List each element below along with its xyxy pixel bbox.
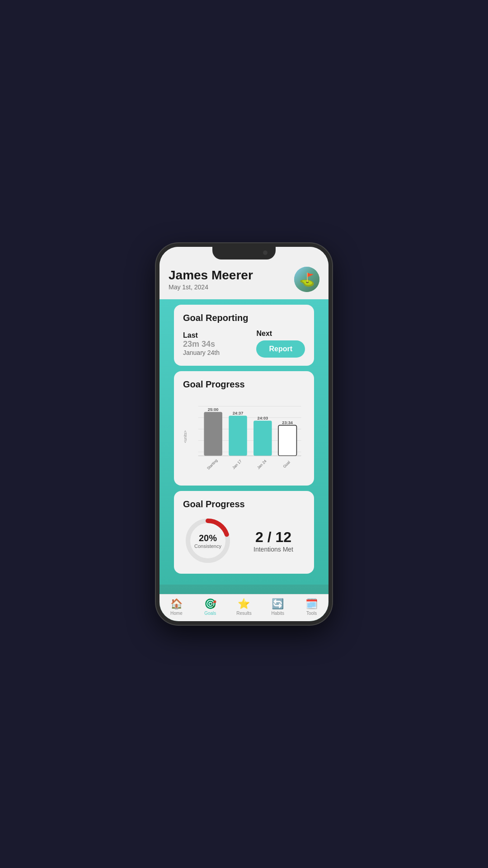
- nav-habits[interactable]: 🔄 Habits: [264, 598, 291, 616]
- linked-habits-section: Linked Habits Read for 30 minutes 📋 Hydr…: [160, 585, 328, 594]
- tools-icon: 🗓️: [305, 598, 318, 610]
- donut-text: 20% Consistency: [194, 533, 221, 549]
- volume-up-button: [156, 301, 157, 319]
- reporting-row: Last 23m 34s January 24th Next Report: [183, 330, 305, 358]
- svg-text:24:37: 24:37: [233, 411, 244, 415]
- reporting-left: Last 23m 34s January 24th: [183, 331, 220, 356]
- nav-habits-label: Habits: [272, 611, 284, 616]
- svg-rect-6: [204, 412, 222, 456]
- nav-home[interactable]: 🏠 Home: [163, 598, 190, 616]
- svg-rect-12: [253, 421, 272, 456]
- donut-label: Consistency: [194, 543, 221, 549]
- bottom-nav: 🏠 Home 🎯 Goals ⭐ Results 🔄 Habits 🗓️ Too…: [160, 594, 328, 621]
- nav-home-label: Home: [170, 611, 183, 616]
- habits-icon: 🔄: [272, 598, 284, 610]
- nav-results-label: Results: [236, 611, 251, 616]
- nav-tools-label: Tools: [306, 611, 317, 616]
- scroll-area[interactable]: James Meerer May 1st, 2024 ⛳ Goal Report…: [160, 247, 328, 594]
- svg-text:Jan 24: Jan 24: [256, 458, 267, 470]
- donut-row: 20% Consistency 2 / 12 Intentions Met: [183, 516, 305, 566]
- svg-text:23:34: 23:34: [282, 420, 293, 425]
- intentions-block: 2 / 12 Intentions Met: [242, 529, 305, 553]
- goals-icon: 🎯: [204, 598, 216, 610]
- goal-progress-donut-card: Goal Progress 20%: [174, 491, 314, 574]
- last-label: Last: [183, 331, 220, 340]
- avatar[interactable]: ⛳: [294, 267, 319, 292]
- screen: James Meerer May 1st, 2024 ⛳ Goal Report…: [160, 247, 328, 621]
- svg-rect-9: [229, 416, 247, 456]
- svg-text:25:00: 25:00: [208, 407, 219, 412]
- header-text: James Meerer May 1st, 2024: [169, 268, 253, 291]
- svg-text:Goal: Goal: [282, 460, 291, 469]
- bar-chart-container: <units> 25:00 Starting 24:37 Jan 17 2: [183, 396, 305, 477]
- intentions-number: 2 / 12: [242, 529, 305, 546]
- reporting-right: Next Report: [256, 330, 305, 358]
- donut-section: Goal Progress 20%: [183, 499, 305, 566]
- report-button[interactable]: Report: [256, 340, 305, 358]
- nav-goals[interactable]: 🎯 Goals: [197, 598, 224, 616]
- last-date: January 24th: [183, 349, 220, 356]
- intentions-label: Intentions Met: [242, 546, 305, 553]
- phone-frame: James Meerer May 1st, 2024 ⛳ Goal Report…: [156, 243, 332, 625]
- header-date: May 1st, 2024: [169, 283, 253, 291]
- svg-rect-15: [278, 425, 297, 456]
- svg-text:Jan 17: Jan 17: [231, 458, 243, 470]
- svg-text:<units>: <units>: [183, 430, 188, 443]
- goal-progress-chart-title: Goal Progress: [183, 379, 305, 390]
- goal-progress-donut-title: Goal Progress: [183, 499, 305, 509]
- avatar-icon: ⛳: [299, 272, 315, 287]
- svg-text:24:03: 24:03: [257, 416, 268, 420]
- nav-results[interactable]: ⭐ Results: [230, 598, 258, 616]
- goal-reporting-title: Goal Reporting: [183, 313, 305, 323]
- teal-background: Goal Reporting Last 23m 34s January 24th…: [160, 299, 328, 585]
- power-button: [331, 315, 332, 342]
- goal-reporting-card: Goal Reporting Last 23m 34s January 24th…: [174, 305, 314, 366]
- nav-goals-label: Goals: [204, 611, 216, 616]
- results-icon: ⭐: [238, 598, 250, 610]
- svg-text:Starting: Starting: [206, 458, 219, 471]
- donut-percent: 20%: [194, 533, 221, 543]
- goal-progress-chart-card: Goal Progress <units>: [174, 371, 314, 486]
- last-value: 23m 34s: [183, 340, 220, 349]
- avatar-image: ⛳: [294, 267, 319, 292]
- bar-chart-svg: <units> 25:00 Starting 24:37 Jan 17 2: [183, 396, 305, 477]
- volume-down-button: [156, 324, 157, 342]
- nav-tools[interactable]: 🗓️ Tools: [298, 598, 325, 616]
- phone-notch: [212, 247, 276, 259]
- donut-container: 20% Consistency: [183, 516, 233, 566]
- next-label: Next: [256, 330, 305, 338]
- user-name: James Meerer: [169, 268, 253, 283]
- home-icon: 🏠: [170, 598, 183, 610]
